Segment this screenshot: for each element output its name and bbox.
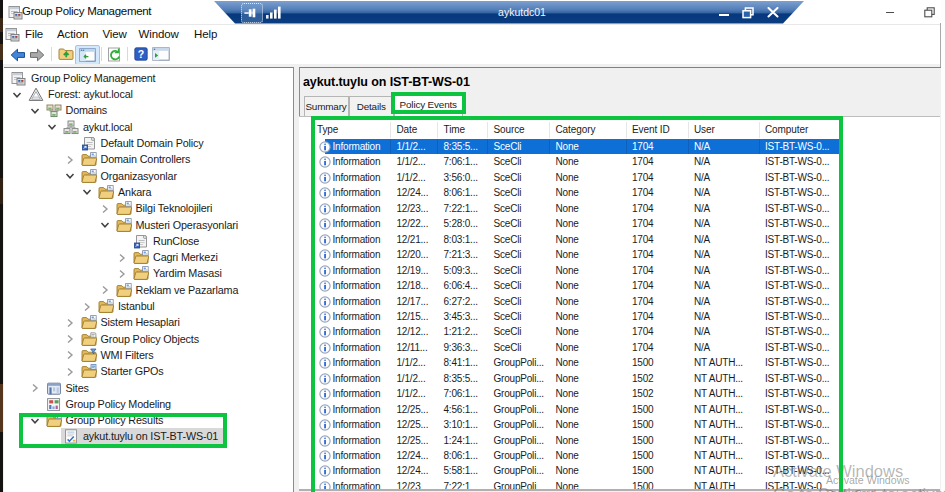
chevron-right-icon[interactable] [64,317,76,329]
policy-events-tab-highlight-box [391,92,466,114]
tree-item-organizasyonlar[interactable]: Organizasyonlar [4,168,180,184]
show-window-button[interactable] [152,47,170,61]
chevron-right-icon[interactable] [116,252,128,264]
chevron-right-icon[interactable] [64,333,76,345]
tab-summary[interactable]: Summary [304,96,349,116]
chevron-right-icon[interactable] [64,366,76,378]
show-console-tree-button[interactable] [75,45,100,65]
tree-item-cagri-merkezi[interactable]: Cagri Merkezi [4,250,221,266]
tree-item-sistem-hesaplari[interactable]: Sistem Hesaplari [4,315,183,331]
menu-bar: FileActionViewWindowHelp [3,24,940,46]
tree-item-musteri-operasyonlari[interactable]: Musteri Operasyonlari [4,217,241,233]
toolbar-separator [127,47,128,61]
window-restore-button[interactable] [919,0,941,22]
tree-item-label: Group Policy Management [31,71,158,86]
tree-item-label: Musteri Operasyonlari [136,218,241,233]
menu-item-view[interactable]: View [103,28,127,40]
chevron-right-icon[interactable] [29,382,41,394]
back-button[interactable] [10,48,26,62]
tree-item-group-policy-management[interactable]: Group Policy Management [4,70,158,86]
window-minimize-button[interactable] [879,0,901,22]
forward-button[interactable] [29,48,45,62]
modeling-icon [46,397,61,412]
pin-icon [244,6,258,20]
tree-item-domains[interactable]: Domains [4,103,110,119]
tree-item-runclose[interactable]: RunClose [4,233,202,249]
console-window-icon [5,27,20,42]
chevron-down-icon[interactable] [11,89,23,101]
tree-item-default-domain-policy[interactable]: Default Domain Policy [4,135,207,151]
chevron-right-icon[interactable] [99,203,111,215]
tree-item-ankara[interactable]: Ankara [4,184,154,200]
menu-item-action[interactable]: Action [57,28,88,40]
tree-item-domain-controllers[interactable]: Domain Controllers [4,152,193,168]
ou-icon [81,315,96,330]
mmc-icon [11,71,26,86]
tree-item-sites[interactable]: Sites [4,380,92,396]
help-button[interactable]: ? [134,47,148,61]
group-policy-results-highlight-box [19,413,227,449]
rdp-host-label: aykutdc01 [452,6,592,18]
ou-icon [98,299,113,314]
gpo-icon [133,234,148,249]
rdp-pin-button[interactable] [241,3,263,23]
folder-wmi-icon [81,348,96,363]
toolbar-separator [51,47,52,61]
chevron-down-icon[interactable] [46,121,58,133]
chevron-right-icon[interactable] [64,154,76,166]
up-one-level-button[interactable] [58,47,74,61]
rdp-minimize-button[interactable] [714,1,734,23]
tree-item-label: Domains [66,103,111,118]
ou-icon [98,185,113,200]
tree-item-group-policy-modeling[interactable]: Group Policy Modeling [4,396,174,412]
rdp-close-button[interactable] [762,1,782,23]
folder-sgpo-icon [81,364,96,379]
gpo-icon [81,136,96,151]
desktop-right-margin [941,0,945,492]
menu-item-help[interactable]: Help [194,28,217,40]
tree-item-yardim-masasi[interactable]: Yardim Masasi [4,266,225,282]
results-pane-title: aykut.tuylu on IST-BT-WS-01 [303,75,470,89]
tree-item-forest-aykut-local[interactable]: Forest: aykut.local [4,87,136,103]
toolbar: ? [3,45,940,65]
tree-item-label: Organizasyonlar [101,169,180,184]
tree-item-label: Cagri Merkezi [153,250,221,265]
chevron-down-icon[interactable] [99,219,111,231]
svg-text:?: ? [138,48,144,60]
ou-icon [133,250,148,265]
chevron-down-icon[interactable] [81,186,93,198]
domain-icon [63,120,78,135]
rdp-close-icon [767,7,779,18]
chevron-right-icon[interactable] [99,284,111,296]
menu-item-file[interactable]: File [25,28,43,40]
tree-item-wmi-filters[interactable]: WMI Filters [4,347,156,363]
menu-item-window[interactable]: Window [139,28,179,40]
expander-placeholder [64,138,76,150]
chevron-down-icon[interactable] [64,170,76,182]
window-title: Group Policy Management [22,5,151,17]
tree-item-label: Default Domain Policy [101,136,207,151]
tree-item-label: Istanbul [118,299,158,314]
chevron-right-icon[interactable] [116,268,128,280]
rdp-restore-button[interactable] [738,1,758,23]
expander-placeholder [116,235,128,247]
chevron-right-icon[interactable] [81,301,93,313]
tree-item-aykut-local[interactable]: aykut.local [4,119,135,135]
tree-item-group-policy-objects[interactable]: Group Policy Objects [4,331,202,347]
toolbar-separator [101,47,102,61]
tree-item-istanbul[interactable]: Istanbul [4,298,158,314]
refresh-button[interactable] [107,47,122,62]
tree-item-starter-gpos[interactable]: Starter GPOs [4,364,167,380]
tab-details[interactable]: Details [349,96,395,116]
tree-item-reklam-ve-pazarlama[interactable]: Reklam ve Pazarlama [4,282,241,298]
chevron-down-icon[interactable] [29,105,41,117]
ou-icon [116,218,131,233]
tree-item-label: Sites [66,381,92,396]
restore-icon [924,7,936,18]
app-icon [8,5,23,20]
ou-icon [133,266,148,281]
chevron-right-icon[interactable] [64,349,76,361]
screen: Group Policy Management [0,0,945,492]
tree-item-label: Bilgi Teknolojileri [136,201,216,216]
tree-item-bilgi-teknolojileri[interactable]: Bilgi Teknolojileri [4,201,215,217]
